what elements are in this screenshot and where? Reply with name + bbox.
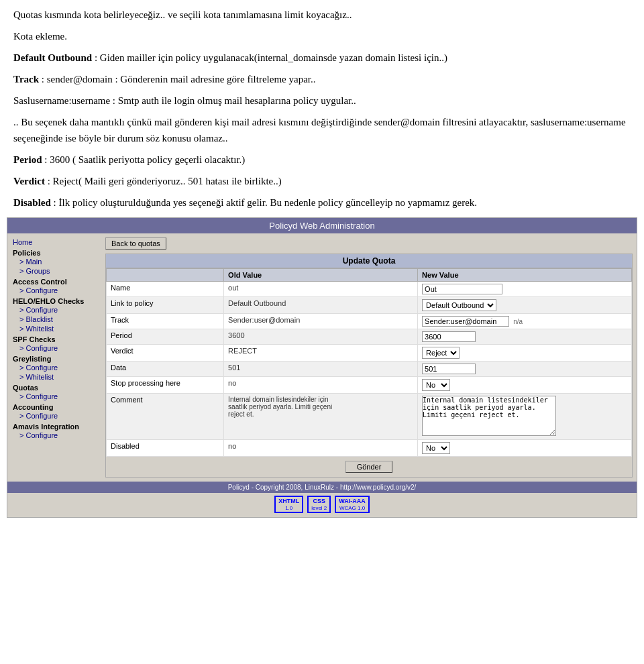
new-value-data	[418, 362, 632, 377]
submit-row: Gönder	[106, 457, 632, 477]
field-label-verdict: Verdict	[107, 345, 224, 362]
intro-line7: Period : 3600 ( Saatlik periyotta policy…	[13, 152, 631, 168]
main-content: Back to quotas Update Quota Old Value Ne…	[101, 233, 637, 482]
table-row: Verdict REJECT Reject	[107, 345, 632, 362]
sidebar-section-access-control: Access Control	[7, 276, 101, 286]
badge-css-bot: level 2	[311, 505, 327, 512]
table-header-row: Old Value New Value	[107, 269, 632, 282]
intro-line8-bold: Verdict	[13, 176, 45, 186]
badge-css-top: CSS	[311, 498, 327, 505]
intro-line4-rest: : sender@domain : Gönderenin mail adresi…	[39, 74, 315, 85]
select-stop[interactable]: No Yes	[422, 379, 450, 391]
sidebar-section-policies: Policies	[7, 247, 101, 257]
sidebar-item-policies-groups[interactable]: > Groups	[7, 266, 101, 276]
admin-title: Policyd Web Administration	[269, 221, 374, 231]
sidebar-item-helo-whitelist[interactable]: > Whitelist	[7, 324, 101, 333]
sidebar-section-greylisting: Greylisting	[7, 353, 101, 363]
intro-line9-rest: : İlk policy oluşturulduğunda yes seçene…	[51, 197, 477, 208]
table-row: Link to policy Default Outbound Default …	[107, 297, 632, 314]
footer-badges: XHTML 1.0 CSS level 2 WAI-AAA WCAG 1.0	[7, 493, 637, 517]
intro-line2: Kota ekleme.	[13, 28, 631, 44]
na-label: n/a	[513, 318, 523, 325]
new-value-link: Default Outbound	[418, 297, 632, 314]
sidebar-section-spf: SPF Checks	[7, 333, 101, 343]
table-row: Disabled no No Yes	[107, 440, 632, 457]
sidebar-section-accounting: Accounting	[7, 401, 101, 411]
new-value-disabled: No Yes	[418, 440, 632, 457]
old-value-disabled: no	[224, 440, 418, 457]
field-label-period: Period	[107, 329, 224, 345]
comment-old-text: Internal domain listesindekiler için saa…	[228, 396, 349, 418]
admin-footer: Policyd - Copyright 2008, LinuxRulz - ht…	[7, 482, 637, 493]
sidebar-item-accounting-configure[interactable]: > Configure	[7, 411, 101, 421]
badge-wai: WAI-AAA WCAG 1.0	[335, 496, 370, 513]
table-row: Track Sender:user@domain n/a	[107, 314, 632, 329]
new-value-period	[418, 329, 632, 345]
select-verdict[interactable]: Reject	[422, 347, 460, 359]
old-value-link: Default Outbound	[224, 297, 418, 314]
sidebar-item-helo-configure[interactable]: > Configure	[7, 305, 101, 315]
sidebar-section-amavis: Amavis Integration	[7, 421, 101, 431]
field-label-comment: Comment	[107, 394, 224, 440]
admin-body: Home Policies > Main > Groups Access Con…	[7, 233, 637, 482]
old-value-track: Sender:user@domain	[224, 314, 418, 329]
old-value-verdict: REJECT	[224, 345, 418, 362]
badge-wai-bot: WCAG 1.0	[339, 505, 366, 512]
select-disabled[interactable]: No Yes	[422, 442, 450, 454]
new-value-name	[418, 282, 632, 297]
badge-xhtml: XHTML 1.0	[274, 496, 303, 513]
back-to-quotas-button[interactable]: Back to quotas	[105, 237, 166, 250]
badge-css: CSS level 2	[307, 496, 331, 513]
input-period[interactable]	[422, 331, 476, 342]
table-row: Comment Internal domain listesindekiler …	[107, 394, 632, 440]
table-row: Data 501	[107, 362, 632, 377]
field-label-data: Data	[107, 362, 224, 377]
textarea-comment[interactable]: Internal domain listesindekiler için saa…	[422, 396, 556, 436]
field-label-name: Name	[107, 282, 224, 297]
field-label-disabled: Disabled	[107, 440, 224, 457]
input-data[interactable]	[422, 364, 476, 374]
badge-wai-top: WAI-AAA	[339, 498, 366, 505]
sidebar-item-access-configure[interactable]: > Configure	[7, 286, 101, 295]
sidebar-item-greylisting-whitelist[interactable]: > Whitelist	[7, 372, 101, 382]
old-value-stop: no	[224, 377, 418, 394]
intro-line6: .. Bu seçenek daha mantıklı çünkü mail g…	[13, 114, 631, 146]
sidebar-item-policies-main[interactable]: > Main	[7, 257, 101, 266]
sidebar-section-helo: HELO/EHLO Checks	[7, 295, 101, 305]
intro-line9-bold: Disabled	[13, 197, 51, 208]
col-new-value: New Value	[418, 269, 632, 282]
new-value-verdict: Reject	[418, 345, 632, 362]
intro-line3-bold: Default Outbound	[13, 52, 92, 63]
old-value-period: 3600	[224, 329, 418, 345]
sidebar-section-quotas: Quotas	[7, 382, 101, 392]
sidebar-item-greylisting-configure[interactable]: > Configure	[7, 363, 101, 372]
intro-line5: Saslusername:username : Smtp auth ile lo…	[13, 93, 631, 109]
table-row: Period 3600	[107, 329, 632, 345]
field-label-track: Track	[107, 314, 224, 329]
new-value-comment: Internal domain listesindekiler için saa…	[418, 394, 632, 440]
table-row: Name out	[107, 282, 632, 297]
submit-button[interactable]: Gönder	[345, 461, 393, 473]
table-row: Stop processing here no No Yes	[107, 377, 632, 394]
intro-line4: Track : sender@domain : Gönderenin mail …	[13, 71, 631, 87]
sidebar-item-helo-blacklist[interactable]: > Blacklist	[7, 315, 101, 324]
update-quota-box: Update Quota Old Value New Value Name	[105, 254, 633, 478]
admin-header: Policyd Web Administration	[7, 218, 637, 233]
sidebar-item-amavis-configure[interactable]: > Configure	[7, 431, 101, 440]
select-link-policy[interactable]: Default Outbound	[422, 299, 496, 311]
update-quota-header: Update Quota	[106, 254, 632, 268]
col-old-value: Old Value	[224, 269, 418, 282]
sidebar-item-quotas-configure[interactable]: > Configure	[7, 392, 101, 401]
input-name[interactable]	[422, 284, 502, 294]
admin-panel: Policyd Web Administration Home Policies…	[7, 217, 637, 518]
sidebar-item-spf-configure[interactable]: > Configure	[7, 343, 101, 353]
top-text-block: Quotas kısmında kota belirleyeceğiz.. ve…	[0, 0, 644, 211]
intro-line7-bold: Period	[13, 154, 42, 165]
old-value-comment: Internal domain listesindekiler için saa…	[224, 394, 418, 440]
sidebar-item-home[interactable]: Home	[7, 237, 101, 247]
input-track[interactable]	[422, 316, 509, 327]
col-field	[107, 269, 224, 282]
quota-table: Old Value New Value Name out	[106, 268, 632, 457]
intro-line7-rest: : 3600 ( Saatlik periyotta policy geçerl…	[42, 154, 246, 165]
sidebar: Home Policies > Main > Groups Access Con…	[7, 233, 101, 482]
